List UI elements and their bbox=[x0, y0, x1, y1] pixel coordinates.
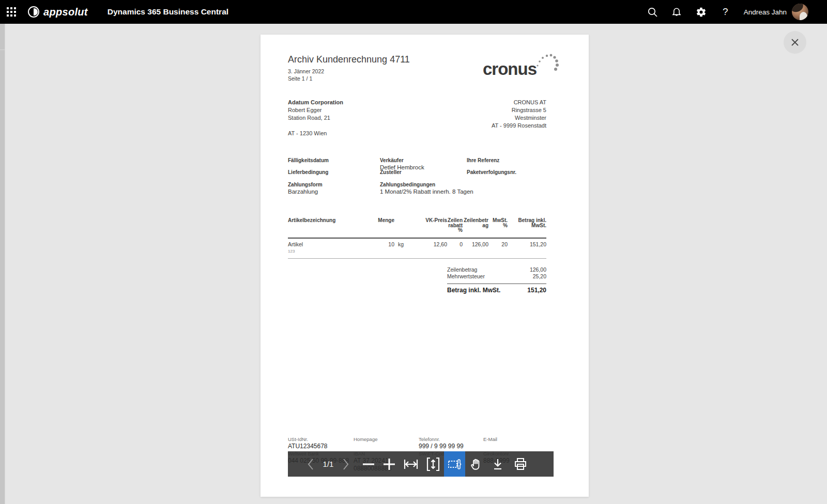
plus-icon bbox=[382, 458, 396, 471]
company-address: CRONUS AT Ringstrasse 5 Westminster AT -… bbox=[443, 99, 546, 130]
field-zusteller: Zusteller bbox=[380, 169, 468, 175]
fit-width-icon bbox=[403, 458, 419, 471]
total-vat: Mehrwertsteuer 25,20 bbox=[447, 273, 546, 280]
appsolut-logo-icon bbox=[28, 6, 39, 18]
field-zahlungsbedingungen: Zahlungsbedingungen 1 Monat/2% Rabatt in… bbox=[380, 182, 514, 195]
zoom-out-button[interactable] bbox=[358, 451, 379, 477]
page-indicator: 1/1 bbox=[317, 451, 340, 477]
item-line-amount: 126,00 bbox=[463, 241, 488, 247]
print-icon bbox=[513, 457, 528, 471]
bill-to-city: AT - 1230 Wien bbox=[288, 130, 343, 137]
minus-icon bbox=[362, 458, 375, 471]
hand-icon bbox=[469, 458, 483, 471]
bill-to-name: Adatum Corporation bbox=[288, 99, 343, 105]
field-verkaeufer: Verkäufer Detlef Hembrock bbox=[380, 158, 468, 170]
bill-to-street: Station Road, 21 bbox=[288, 114, 343, 122]
settings-button[interactable] bbox=[689, 0, 713, 24]
bill-to-address: Adatum Corporation Robert Egger Station … bbox=[288, 99, 343, 137]
app-launcher-icon bbox=[7, 7, 16, 17]
previous-page-button[interactable] bbox=[304, 451, 317, 477]
field-paketverfolgungsnr: Paketverfolgungsnr. bbox=[467, 169, 547, 175]
footer-vat-id: USt-IdNr. ATU12345678 bbox=[288, 436, 353, 450]
item-qty: 10 bbox=[359, 241, 394, 247]
download-icon bbox=[491, 458, 504, 471]
print-button[interactable] bbox=[509, 451, 532, 477]
total-line-amount: Zeilenbetrag 126,00 bbox=[447, 266, 546, 273]
table-header-row: Artikelbezeichnung Menge VK-Preis Zeilen… bbox=[288, 218, 546, 239]
totals-block: Zeilenbetrag 126,00 Mehrwertsteuer 25,20… bbox=[447, 266, 546, 294]
field-lieferbedingung: Lieferbedingung bbox=[288, 169, 376, 175]
search-icon bbox=[647, 7, 658, 18]
item-description: Artikel bbox=[288, 241, 359, 247]
bill-to-contact: Robert Egger bbox=[288, 106, 343, 114]
pan-tool-button[interactable] bbox=[465, 451, 487, 477]
invoice-document-page: Archiv Kundenrechnung 4711 3. Jänner 202… bbox=[261, 35, 589, 497]
top-navigation-bar: appsolut Dynamics 365 Business Central ?… bbox=[0, 0, 827, 24]
chevron-right-icon bbox=[342, 458, 349, 470]
select-text-button[interactable] bbox=[444, 451, 465, 477]
item-unit-price: 12,60 bbox=[410, 241, 447, 247]
document-date: 3. Jänner 2022 bbox=[288, 68, 324, 75]
bell-icon bbox=[671, 7, 682, 18]
company-name: CRONUS AT bbox=[443, 99, 546, 106]
item-unit: kg bbox=[394, 241, 410, 247]
item-amount-incl: 151,20 bbox=[508, 241, 546, 247]
item-number: 123 bbox=[288, 249, 359, 254]
product-name[interactable]: Dynamics 365 Business Central bbox=[108, 7, 228, 17]
gear-icon bbox=[696, 7, 707, 18]
footer-phone: Telefonnr. 999 / 9 99 99 99 bbox=[419, 436, 483, 450]
close-icon bbox=[790, 37, 800, 48]
select-text-icon bbox=[448, 458, 462, 471]
company-street: Ringstrasse 5 bbox=[443, 106, 546, 114]
item-vat-pct: 20 bbox=[488, 241, 508, 247]
topbar-actions: ? Andreas Jahn bbox=[640, 0, 827, 24]
notifications-button[interactable] bbox=[665, 0, 689, 24]
field-faelligkeitsdatum: Fälligkeitsdatum bbox=[288, 158, 376, 164]
search-button[interactable] bbox=[640, 0, 665, 24]
user-name[interactable]: Andreas Jahn bbox=[744, 8, 787, 16]
close-button[interactable] bbox=[784, 31, 806, 54]
document-page-label: Seite 1 / 1 bbox=[288, 75, 312, 82]
field-zahlungsform: Zahlungsform Barzahlung bbox=[288, 182, 376, 195]
fit-height-icon bbox=[426, 457, 440, 471]
user-avatar[interactable] bbox=[792, 4, 808, 20]
fit-width-button[interactable] bbox=[400, 451, 422, 477]
app-launcher-button[interactable] bbox=[0, 0, 23, 24]
cronus-logo-dots-icon bbox=[536, 52, 560, 77]
grand-total: Betrag inkl. MwSt. 151,20 bbox=[447, 284, 546, 294]
item-line-discount: 0 bbox=[447, 241, 463, 247]
download-button[interactable] bbox=[487, 451, 509, 477]
pdf-viewer-area: Archiv Kundenrechnung 4711 3. Jänner 202… bbox=[0, 24, 827, 504]
zoom-in-button[interactable] bbox=[379, 451, 400, 477]
document-title: Archiv Kundenrechnung 4711 bbox=[288, 54, 410, 65]
company-logo: cronus bbox=[483, 59, 547, 79]
chevron-left-icon bbox=[307, 458, 314, 470]
cronus-logo-text: cronus bbox=[483, 59, 537, 78]
next-page-button[interactable] bbox=[340, 451, 352, 477]
brand-logo: appsolut bbox=[28, 6, 88, 18]
fit-height-button[interactable] bbox=[422, 451, 444, 477]
help-button[interactable]: ? bbox=[713, 0, 738, 24]
brand-name: appsolut bbox=[43, 6, 88, 18]
footer-email: E-Mail bbox=[483, 436, 548, 443]
table-row: Artikel 123 10 kg 12,60 0 126,00 20 151,… bbox=[288, 239, 546, 259]
pdf-toolbar: 1/1 bbox=[288, 451, 554, 477]
footer-homepage: Homepage bbox=[354, 436, 418, 443]
help-icon: ? bbox=[723, 6, 728, 18]
background-page-edge bbox=[0, 24, 5, 504]
company-city: AT - 9999 Rosenstadt bbox=[443, 122, 546, 130]
field-ihre-referenz: Ihre Referenz bbox=[467, 158, 547, 164]
company-district: Westminster bbox=[443, 114, 546, 122]
line-items-table: Artikelbezeichnung Menge VK-Preis Zeilen… bbox=[288, 218, 546, 259]
